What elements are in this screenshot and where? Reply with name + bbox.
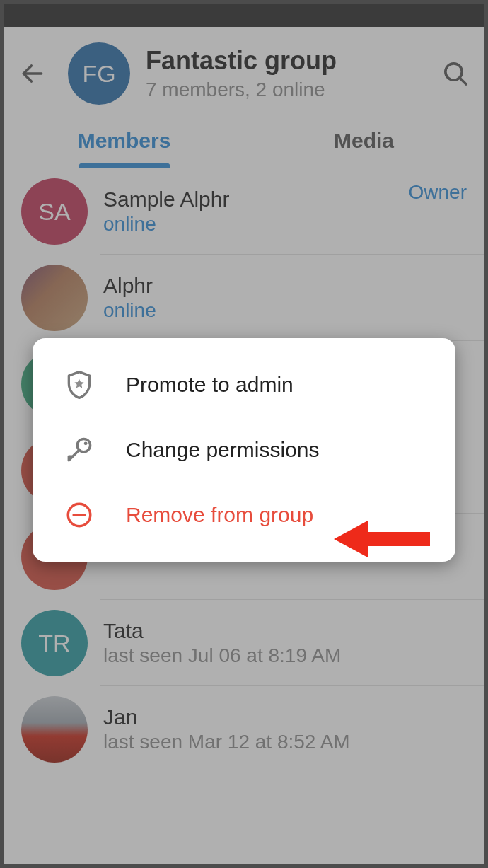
group-title: Fantastic group <box>146 46 440 76</box>
member-name: Jan <box>103 705 467 729</box>
search-icon[interactable] <box>440 58 471 89</box>
group-subtitle: 7 members, 2 online <box>146 79 440 101</box>
member-status: online <box>103 213 409 236</box>
tab-media[interactable]: Media <box>244 113 484 168</box>
back-icon[interactable] <box>17 58 48 89</box>
member-status: last seen Jul 06 at 8:19 AM <box>103 644 467 667</box>
tab-members-label: Members <box>78 129 171 153</box>
promote-to-admin-item[interactable]: Promote to admin <box>33 352 455 417</box>
change-permissions-item[interactable]: Change permissions <box>33 417 455 482</box>
context-menu: Promote to admin Change permissions Remo… <box>33 338 455 562</box>
member-row[interactable]: Alphronline <box>4 255 484 341</box>
permissions-label: Change permissions <box>126 438 319 462</box>
member-row[interactable]: TRTatalast seen Jul 06 at 8:19 AM <box>4 600 484 686</box>
avatar: TR <box>21 610 88 676</box>
member-status: last seen Mar 12 at 8:52 AM <box>103 731 467 753</box>
status-bar <box>4 4 484 27</box>
member-info: Alphronline <box>103 274 467 322</box>
shield-star-icon <box>57 362 102 407</box>
tabs: Members Media <box>4 113 484 168</box>
header: FG Fantastic group 7 members, 2 online <box>4 34 484 113</box>
member-name: Sample Alphr <box>103 187 409 212</box>
promote-label: Promote to admin <box>126 373 294 397</box>
group-avatar-initials: FG <box>82 60 115 88</box>
remove-from-group-item[interactable]: Remove from group <box>33 482 455 548</box>
member-row[interactable]: SASample AlphronlineOwner <box>4 168 484 255</box>
tab-members[interactable]: Members <box>4 113 244 168</box>
group-avatar[interactable]: FG <box>68 42 130 105</box>
svg-line-2 <box>460 78 466 84</box>
avatar <box>21 696 88 763</box>
svg-point-4 <box>84 441 88 445</box>
member-status: online <box>103 299 467 322</box>
group-title-block[interactable]: Fantastic group 7 members, 2 online <box>146 46 440 101</box>
avatar: SA <box>21 178 88 245</box>
member-row[interactable]: Janlast seen Mar 12 at 8:52 AM <box>4 686 484 772</box>
member-role: Owner <box>409 181 467 204</box>
tab-media-label: Media <box>334 129 394 153</box>
member-name: Tata <box>103 619 467 643</box>
member-name: Alphr <box>103 274 467 298</box>
minus-circle-icon <box>57 492 102 538</box>
remove-label: Remove from group <box>126 503 313 527</box>
avatar <box>21 265 88 331</box>
member-info: Sample Alphronline <box>103 187 409 236</box>
key-icon <box>57 427 102 473</box>
member-info: Tatalast seen Jul 06 at 8:19 AM <box>103 619 467 667</box>
member-info: Janlast seen Mar 12 at 8:52 AM <box>103 705 467 753</box>
